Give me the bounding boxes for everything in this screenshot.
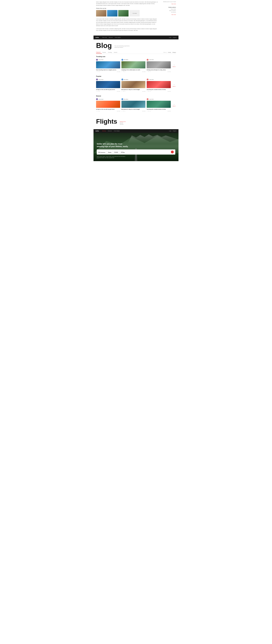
new-save-icon-1[interactable]: □ [99,111,100,112]
pop-like-icon-3[interactable]: ♡ [147,91,148,92]
flights-nav-itinerary[interactable]: Itinerary [102,130,106,132]
new-like-icon-3[interactable]: ♡ [147,111,148,112]
duration-label: Duration [121,151,125,152]
newest-arrow[interactable]: → [173,104,175,105]
pop-share-icon-2[interactable]: ⇧ [123,91,124,92]
flights-navbar-right: Login Register [169,130,176,132]
share-icon-1[interactable]: ⇧ [98,71,98,72]
newest-title: Newest [96,95,176,97]
new-card-actions-2: ♡ ⇧ □ Feb 2018 [122,111,146,112]
nav-check-flights[interactable]: Check flights [115,37,121,38]
new-share-icon-1[interactable]: ⇧ [98,111,98,112]
like-icon-3[interactable]: ♡ [147,71,148,72]
like-icon-1[interactable]: ♡ [96,71,97,72]
to-value[interactable]: Alaska [108,152,112,153]
see-more-link-1[interactable]: See more [172,3,176,4]
trending-see-all-link[interactable]: See all [172,66,175,67]
popular-arrow[interactable]: → [173,84,175,85]
pop-card-date-1: Feb 2018 [117,91,120,92]
flights-link-booking[interactable]: Booking & Info [120,121,126,122]
pop-author-row-1: A Avery Hassl [96,78,120,80]
pop-author-name-2: Mike Black [124,79,128,80]
passengers-value[interactable]: 2 Adults [114,152,118,153]
new-share-icon-2[interactable]: ⇧ [123,111,124,112]
newest-card-2: M Mike Black Best places to stay on a sh… [122,98,146,112]
new-card-date-1: Feb 2018 [117,111,120,112]
from-value[interactable]: San Francisco [98,152,105,153]
new-card-image-2 [122,101,146,108]
flights-link-itinerary[interactable]: Itinerary [120,122,126,124]
navbar-logo[interactable]: Stellar [96,37,99,38]
new-save-icon-3[interactable]: □ [150,111,150,112]
nav-discover[interactable]: Discover [109,37,113,38]
pop-save-icon-1[interactable]: □ [99,91,100,92]
filter-category[interactable]: Category [172,52,176,53]
save-icon-3[interactable]: □ [150,71,150,72]
see-more-link-2[interactable]: See more [172,14,176,15]
flights-navbar-logo[interactable]: Stellar [96,130,99,132]
from-label: From [98,151,105,152]
author-jim[interactable]: Jim Morris [159,12,176,13]
pop-card-date-3: Feb 2018 [168,91,171,92]
pop-card-image-3 [147,81,171,88]
new-card-date-3: Feb 2018 [168,111,171,112]
card-actions-2: ♡ ⇧ □ Feb 2018 [122,71,146,72]
new-avatar-2: M [122,98,123,100]
flights-link-planning[interactable]: Planning [120,124,126,125]
new-like-icon-2[interactable]: ♡ [122,111,122,112]
new-author-name-2: Mike Black [124,99,128,100]
pop-card-title-3: Surviving the crowded streets of china. [147,89,171,90]
popular-see-all-link[interactable]: See all [172,86,175,87]
pop-card-actions-3: ♡ ⇧ □ Feb 2018 [147,91,171,92]
tab-featured[interactable]: Featured [96,51,102,54]
tab-trending[interactable]: Trending [108,51,113,54]
nav-login[interactable]: Login [169,37,172,38]
save-icon-1[interactable]: □ [99,71,100,72]
avatar-1: A [96,59,98,61]
search-button[interactable]: → [171,150,174,154]
tab-newest[interactable]: Newest [114,51,118,54]
new-save-icon-2[interactable]: □ [124,111,125,112]
author-raza[interactable]: Raza Shah [159,8,176,10]
share-icon-2[interactable]: ⇧ [123,71,124,72]
save-icon-2[interactable]: □ [124,71,125,72]
filter-country[interactable]: Country [168,52,171,53]
flights-header: Flights Booking & Info Itinerary Plannin… [96,118,176,125]
similar-authors-title: Similar authors [159,7,176,8]
popular-see-all: → See all [172,78,176,92]
search-from-field: From San Francisco [98,151,105,153]
card-date-2: Feb 2018 [142,71,146,72]
flights-links: Booking & Info Itinerary Planning [120,121,126,125]
pop-share-icon-3[interactable]: ⇧ [148,91,149,92]
pop-like-icon-2[interactable]: ♡ [122,91,122,92]
like-icon-2[interactable]: ♡ [122,71,122,72]
tab-popular[interactable]: Popular [102,51,107,54]
flights-nav-login[interactable]: Login [169,130,172,132]
pop-share-icon-1[interactable]: ⇧ [98,91,98,92]
flights-nav-discover[interactable]: Discover [108,130,112,132]
photo-thumb-3 [118,10,128,16]
photo-more[interactable]: + 13 more [129,10,140,16]
blog-section: Blog The most interesting experiences sh… [94,40,178,112]
pop-like-icon-1[interactable]: ♡ [96,91,97,92]
flights-nav-register[interactable]: Register [173,130,176,132]
nav-register[interactable]: Register [173,37,176,38]
pop-save-icon-2[interactable]: □ [124,91,125,92]
flights-nav-check-flights[interactable]: Check flights [114,130,120,132]
author-adam[interactable]: Adam Smitheo [159,10,176,11]
card-title-1: How traveling made me a happier person. [96,69,120,70]
newest-see-all-link[interactable]: See all [172,106,175,106]
trending-arrow[interactable]: → [173,64,175,66]
new-share-icon-3[interactable]: ⇧ [148,111,149,112]
pop-save-icon-3[interactable]: □ [150,91,150,92]
trending-title: Trending now [96,56,176,57]
popular-title: Popular [96,76,176,77]
new-like-icon-1[interactable]: ♡ [96,111,97,112]
share-icon-3[interactable]: ⇧ [148,71,149,72]
photos-label: Photos from my trip. [96,8,158,9]
nav-plan-trip[interactable]: Plan a trip [102,37,107,38]
pop-author-name-3: Julia Smith [149,79,154,80]
author-name-1: Avery Hassl [98,59,103,60]
duration-value[interactable]: 15 Days [121,152,125,153]
popular-section: Popular A Avery Hassl 24 days on the sea… [96,76,176,92]
